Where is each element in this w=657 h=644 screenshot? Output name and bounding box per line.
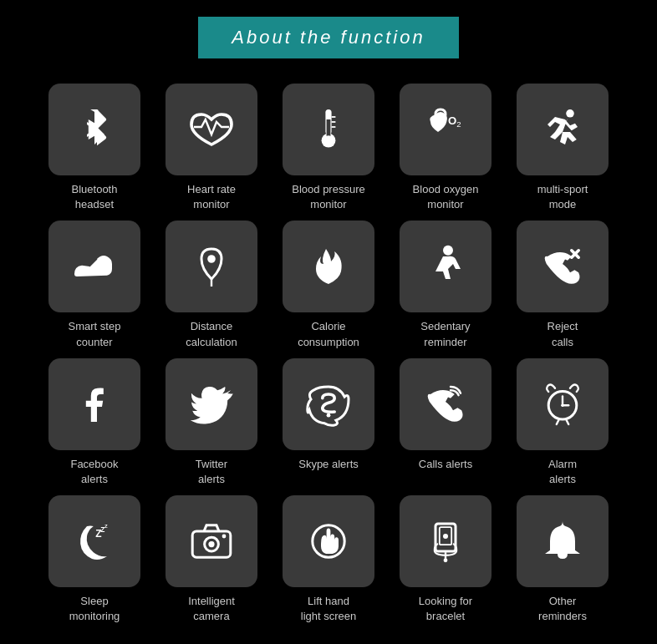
icon-box-calorie-consumption [283,221,374,312]
feature-label-intelligent-camera: Intelligent camera [188,594,235,624]
feature-label-looking-for-bracelet: Looking for bracelet [419,594,472,624]
feature-label-sleep-monitoring: Sleep monitoring [69,594,120,624]
feature-cell-facebook-alerts: Facebook alerts [40,358,149,487]
svg-text:Z: Z [104,525,108,530]
feature-cell-blood-oxygen-monitor: O2Blood oxygen monitor [391,84,500,212]
feature-cell-heart-rate-monitor: Heart rate monitor [157,84,266,212]
feature-cell-blood-pressure-monitor: Blood pressure monitor [274,84,383,212]
svg-point-33 [443,534,448,539]
icon-box-lift-hand-light-screen [283,495,374,587]
feature-label-heart-rate-monitor: Heart rate monitor [187,182,236,212]
icon-box-multi-sport-mode [517,84,609,175]
icon-box-blood-oxygen-monitor: O2 [400,84,491,175]
feature-label-skype-alerts: Skype alerts [298,457,359,472]
svg-point-9 [566,109,574,118]
feature-label-blood-pressure-monitor: Blood pressure monitor [292,182,364,212]
svg-point-3 [323,135,334,145]
feature-cell-other-reminders: Other reminders [508,495,617,624]
feature-label-other-reminders: Other reminders [538,594,587,624]
feature-label-calorie-consumption: Calorie consumption [298,319,359,349]
icon-box-reject-calls [517,221,609,312]
feature-cell-reject-calls: Reject calls [508,221,617,349]
feature-cell-smart-step-counter: Smart step counter [40,221,149,349]
feature-cell-distance-calculation: Distance calculation [157,221,266,349]
icon-box-smart-step-counter [48,221,140,312]
icon-box-heart-rate-monitor [166,84,257,175]
feature-label-sedentary-reminder: Sedentary reminder [420,319,470,349]
feature-cell-alarm-alerts: Alarm alerts [508,358,617,487]
feature-cell-bluetooth-headset: Bluetooth headset [40,84,149,212]
svg-line-20 [557,420,558,424]
svg-point-35 [444,559,448,563]
feature-label-multi-sport-mode: multi-sport mode [537,182,588,212]
svg-point-12 [443,246,453,256]
icon-box-blood-pressure-monitor [283,84,374,175]
title-banner: About the function [198,17,458,58]
svg-point-15 [327,413,331,418]
icon-box-sleep-monitoring: ZZZ [48,495,140,587]
svg-text:2: 2 [456,119,461,129]
feature-cell-sleep-monitoring: ZZZSleep monitoring [40,495,149,624]
icon-box-alarm-alerts [517,358,609,450]
feature-cell-twitter-alerts: Twitter alerts [157,358,266,487]
feature-cell-calorie-consumption: Calorie consumption [274,221,383,349]
svg-point-27 [208,541,214,547]
icon-box-skype-alerts [283,358,374,450]
feature-label-calls-alerts: Calls alerts [419,457,472,472]
feature-label-twitter-alerts: Twitter alerts [196,457,227,487]
icon-box-twitter-alerts [166,358,257,450]
feature-label-lift-hand-light-screen: Lift hand light screen [301,594,356,624]
icon-box-distance-calculation [166,221,257,312]
svg-text:O: O [448,114,456,127]
features-grid: Bluetooth headsetHeart rate monitorBlood… [40,84,617,625]
feature-label-facebook-alerts: Facebook alerts [70,457,118,487]
svg-point-10 [207,256,216,264]
feature-label-reject-calls: Reject calls [548,319,578,349]
feature-label-smart-step-counter: Smart step counter [69,319,121,349]
feature-cell-calls-alerts: Calls alerts [391,358,500,487]
feature-cell-sedentary-reminder: Sedentary reminder [391,221,500,349]
feature-cell-looking-for-bracelet: Looking for bracelet [391,495,500,624]
icon-box-intelligent-camera [166,495,257,587]
feature-label-alarm-alerts: Alarm alerts [548,457,577,487]
icon-box-looking-for-bracelet [400,495,491,587]
feature-label-bluetooth-headset: Bluetooth headset [72,182,118,212]
feature-cell-skype-alerts: Skype alerts [274,358,383,487]
feature-label-blood-oxygen-monitor: Blood oxygen monitor [413,182,479,212]
icon-box-calls-alerts [400,358,491,450]
feature-label-distance-calculation: Distance calculation [186,319,237,349]
feature-cell-intelligent-camera: Intelligent camera [157,495,266,624]
feature-cell-multi-sport-mode: multi-sport mode [508,84,617,212]
icon-box-bluetooth-headset [48,84,140,175]
svg-line-21 [567,420,568,424]
svg-point-28 [222,535,227,539]
feature-cell-lift-hand-light-screen: Lift hand light screen [274,495,383,624]
icon-box-sedentary-reminder [400,221,491,312]
icon-box-other-reminders [517,495,609,587]
icon-box-facebook-alerts [48,358,140,450]
